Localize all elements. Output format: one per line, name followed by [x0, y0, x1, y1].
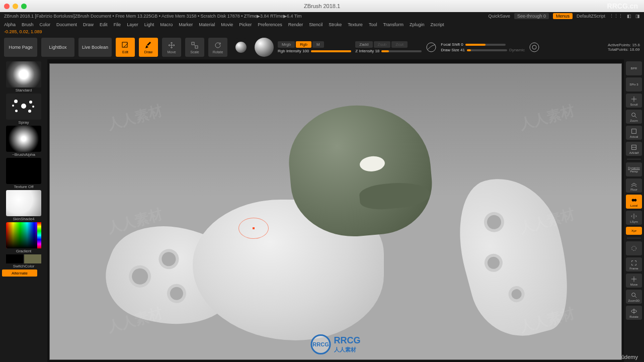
see-through-slider[interactable]: See-through 0 [514, 13, 549, 19]
menu-alpha[interactable]: Alpha [4, 22, 16, 27]
focal-shift-slider[interactable] [465, 44, 506, 46]
center-watermark: RRCG RRCG人人素材 [311, 334, 361, 354]
menu-marker[interactable]: Marker [179, 22, 193, 27]
menu-color[interactable]: Color [40, 22, 51, 27]
persp-button[interactable]: DynamicPersp [626, 162, 642, 176]
scale-mode-button[interactable]: Scale [185, 38, 204, 57]
menu-stencil[interactable]: Stencil [309, 22, 323, 27]
z-intensity-slider[interactable] [381, 50, 422, 52]
left-panel: Standard Spray ~BrushAlpha Texture Off [0, 59, 47, 362]
ui-icon-2[interactable]: ◨ [635, 14, 640, 19]
status-text: ZBrush 2018.1 [Fabrizio Bortolussi]ZBrus… [4, 14, 484, 19]
menu-document[interactable]: Document [56, 22, 77, 27]
zcut-toggle[interactable]: Zcut [391, 41, 408, 48]
bpr-button[interactable]: BPR [626, 61, 642, 75]
draw-size-label[interactable]: Draw Size 41 [441, 48, 465, 52]
rotate3d-button[interactable]: Rotate [626, 306, 642, 320]
mrgb-toggle[interactable]: Mrgb [278, 41, 295, 48]
floor-button[interactable]: Floor [626, 178, 642, 193]
minimize-button[interactable] [13, 4, 18, 9]
svg-point-12 [632, 293, 635, 296]
frame-button[interactable]: Frame [626, 257, 642, 272]
svg-rect-2 [195, 46, 198, 48]
aahalf-button[interactable]: AAHalf [626, 142, 642, 156]
menu-picker[interactable]: Picker [239, 22, 252, 27]
menu-brush[interactable]: Brush [22, 22, 34, 27]
menu-material[interactable]: Material [199, 22, 215, 27]
dynamic-label[interactable]: Dynamic [509, 48, 525, 52]
zadd-toggle[interactable]: Zadd [355, 41, 372, 48]
local-button[interactable]: Local [626, 195, 642, 209]
quicksave-button[interactable]: QuickSave [488, 14, 510, 19]
menu-zscript[interactable]: Zscript [431, 22, 444, 27]
menu-macro[interactable]: Macro [160, 22, 173, 27]
menu-movie[interactable]: Movie [221, 22, 233, 27]
menu-file[interactable]: File [114, 22, 121, 27]
ui-icon[interactable]: ◧ [627, 14, 631, 19]
total-points: TotalPoints: 18.69 [608, 47, 640, 52]
default-zscript[interactable]: DefaultZScript [577, 14, 605, 19]
lsym-button[interactable]: LSym [626, 211, 642, 225]
menu-preferences[interactable]: Preferences [258, 22, 282, 27]
spix-button[interactable]: SPix 3 [626, 77, 642, 92]
actual-button[interactable]: Actual [626, 126, 642, 140]
menu-render[interactable]: Render [288, 22, 303, 27]
menu-tool[interactable]: Tool [369, 22, 377, 27]
viewport[interactable]: 人人素材 人人素材 人人素材 人人素材 人人素材 人人素材 RRCG RRCG人… [49, 63, 622, 360]
material-sphere-icon[interactable] [255, 38, 274, 57]
menu-transform[interactable]: Transform [383, 22, 404, 27]
edit-mode-button[interactable]: Edit [116, 38, 135, 57]
menu-light[interactable]: Light [144, 22, 154, 27]
gyro-icon[interactable] [231, 38, 251, 57]
brush-cursor-icon [238, 218, 269, 239]
menu-texture[interactable]: Texture [348, 22, 363, 27]
zsub-toggle[interactable]: Zsub [374, 41, 391, 48]
menus-toggle[interactable]: Menus [553, 13, 573, 19]
alternate-button[interactable]: Alternate [2, 269, 37, 277]
lightbox-button[interactable]: LightBox [41, 38, 74, 57]
zoom3d-button[interactable]: Zoom3D [626, 290, 642, 304]
focal-curve-icon[interactable] [426, 42, 437, 53]
right-panel: BPR SPix 3 Scroll Zoom Actual AAHalf Dyn… [624, 59, 644, 362]
brush-selector[interactable]: Standard [2, 61, 45, 93]
window-title: ZBrush 2018.1 [304, 3, 340, 9]
focal-shift-label[interactable]: Focal Shift 0 [441, 42, 463, 47]
svg-point-6 [632, 113, 635, 116]
switch-color[interactable]: SwitchColor [2, 254, 45, 268]
sculpt-model [50, 64, 621, 359]
move-mode-button[interactable]: Move [162, 38, 181, 57]
draw-size-slider[interactable] [467, 49, 507, 51]
bottom-watermark: ûdemy [621, 354, 638, 360]
live-boolean-button[interactable]: Live Boolean [78, 38, 112, 57]
svg-point-4 [530, 43, 539, 52]
z-intensity-label[interactable]: Z Intensity 18 [355, 49, 379, 53]
zoom-button[interactable]: Zoom [626, 110, 642, 124]
home-page-button[interactable]: Home Page [4, 38, 37, 57]
menu-draw[interactable]: Draw [83, 22, 94, 27]
menu-stroke[interactable]: Stroke [329, 22, 342, 27]
draw-mode-button[interactable]: Draw [139, 38, 158, 57]
stroke-selector[interactable]: Spray [2, 94, 45, 125]
menu-edit[interactable]: Edit [100, 22, 108, 27]
size-curve-icon[interactable] [529, 42, 540, 53]
alpha-selector[interactable]: ~BrushAlpha [2, 126, 45, 157]
menu-layer[interactable]: Layer [127, 22, 138, 27]
cursor-coords: -0.285, 0.02, 1.089 [0, 29, 644, 35]
rotate-mode-button[interactable]: Rotate [208, 38, 227, 57]
rgb-intensity-slider[interactable] [311, 50, 351, 52]
m-toggle[interactable]: M [312, 41, 324, 48]
menu-zplugin[interactable]: Zplugin [410, 22, 425, 27]
material-selector[interactable]: SkinShade4 [2, 190, 45, 221]
maximize-button[interactable] [21, 4, 27, 9]
rgb-toggle[interactable]: Rgb [296, 41, 311, 48]
xyz-button[interactable]: Xyz [626, 227, 642, 235]
close-button[interactable] [4, 4, 10, 9]
color-picker[interactable]: Gradient [2, 222, 45, 253]
texture-selector[interactable]: Texture Off [2, 158, 45, 189]
scroll-button[interactable]: Scroll [626, 94, 642, 108]
svg-rect-1 [192, 42, 194, 45]
rgb-intensity-label[interactable]: Rgb Intensity 100 [278, 49, 309, 53]
move3d-button[interactable]: Move [626, 274, 642, 288]
config-icon[interactable]: ⋮⋮⋮ [609, 14, 623, 19]
transp-button[interactable] [626, 241, 642, 255]
